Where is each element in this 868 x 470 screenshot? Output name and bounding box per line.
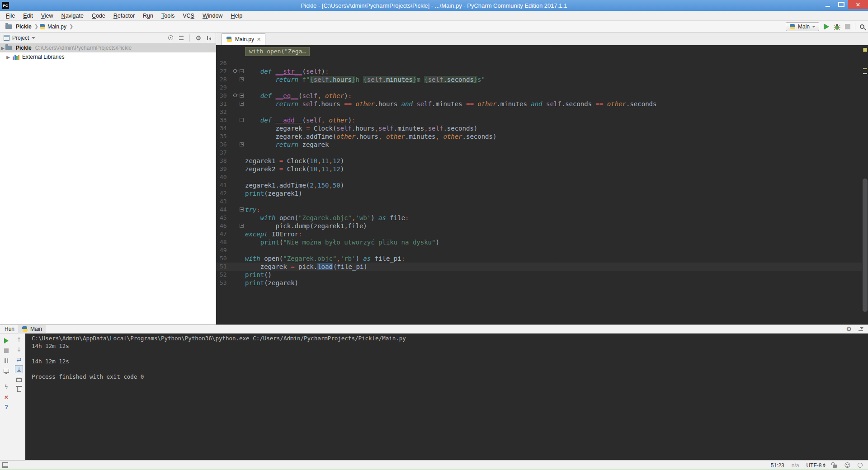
- override-method-icon[interactable]: [233, 69, 237, 73]
- code-line-34[interactable]: 34 zegarek = Clock(self.hours,self.minut…: [216, 124, 862, 132]
- code-line-27[interactable]: 27 def __str__(self):: [216, 67, 862, 75]
- hide-panel-icon[interactable]: [207, 35, 212, 41]
- debug-button[interactable]: [834, 24, 840, 30]
- print-icon[interactable]: [14, 374, 24, 384]
- event-log-icon[interactable]: [858, 463, 863, 468]
- menu-vcs[interactable]: VCS: [179, 11, 198, 21]
- console-output[interactable]: C:\Users\Admin\AppData\Local\Programs\Py…: [25, 334, 868, 460]
- code-line-41[interactable]: 41zegarek1.addTime(2,150,50): [216, 181, 862, 189]
- code-line-29[interactable]: 29: [216, 84, 862, 92]
- code-line-47[interactable]: 47except IOError:: [216, 230, 862, 238]
- code-line-26[interactable]: 26: [216, 59, 862, 67]
- code-line-35[interactable]: 35 zegarek.addTime(other.hours, other.mi…: [216, 132, 862, 141]
- code-line-39[interactable]: 39zegarek2 = Clock(10,11,12): [216, 165, 862, 173]
- maximize-button[interactable]: [835, 0, 848, 9]
- code-line-40[interactable]: 40: [216, 173, 862, 181]
- fold-marker[interactable]: [240, 77, 244, 81]
- code-line-48[interactable]: 48 print("Nie można było utworzyć pliku …: [216, 238, 862, 246]
- chevron-down-icon[interactable]: [32, 37, 35, 39]
- minimize-button[interactable]: [821, 0, 835, 9]
- rerun-button[interactable]: [1, 336, 11, 346]
- code-line-53[interactable]: 53print(zegarek): [216, 279, 862, 287]
- menu-window[interactable]: Window: [198, 11, 226, 21]
- menu-navigate[interactable]: Navigate: [57, 11, 88, 21]
- close-button[interactable]: ✕: [848, 0, 868, 9]
- override-method-icon[interactable]: [233, 94, 237, 97]
- close-tab-icon[interactable]: ✕: [257, 37, 261, 42]
- code-line-30[interactable]: 30 def __eq__(self, other):: [216, 92, 862, 100]
- inspection-indicator[interactable]: [863, 48, 867, 52]
- help-button[interactable]: ?: [1, 402, 11, 412]
- expand-arrow-icon[interactable]: ▶: [5, 55, 11, 60]
- code-line-50[interactable]: 50with open("Zegarek.objc",'rb') as file…: [216, 254, 862, 263]
- fold-marker[interactable]: [240, 69, 244, 73]
- code-line-33[interactable]: 33 def __add__(self, other):: [216, 116, 862, 124]
- menu-view[interactable]: View: [37, 11, 57, 21]
- caret-position-status[interactable]: 51:23: [771, 462, 784, 469]
- menu-file[interactable]: File: [2, 11, 19, 21]
- down-stack-trace-icon[interactable]: ↓: [14, 344, 24, 354]
- fold-marker[interactable]: [240, 102, 244, 106]
- restore-layout-icon[interactable]: ⇄: [14, 354, 24, 364]
- code-editor[interactable]: with open("Zega… 2627 def __str__(self):…: [216, 45, 868, 324]
- code-line-44[interactable]: 44try:: [216, 206, 862, 214]
- gear-icon[interactable]: ⚙: [195, 35, 201, 41]
- pause-output-button[interactable]: [1, 356, 11, 366]
- stop-button[interactable]: [845, 24, 850, 29]
- fold-marker[interactable]: [240, 118, 244, 122]
- project-tree-root[interactable]: ▶ Pickle C:\Users\Admin\PycharmProjects\…: [0, 43, 216, 52]
- stop-button[interactable]: [1, 346, 11, 356]
- menu-edit[interactable]: Edit: [19, 11, 37, 21]
- tree-item-external-libraries[interactable]: ▶ External Libraries: [0, 52, 216, 61]
- breadcrumb-project[interactable]: Pickle: [16, 24, 32, 30]
- hide-panel-icon[interactable]: [858, 326, 863, 332]
- scrollbar-thumb[interactable]: [863, 179, 868, 312]
- code-line-38[interactable]: 38zegarek1 = Clock(10,11,12): [216, 157, 862, 165]
- code-line-46[interactable]: 46 pick.dump(zegarek1,file): [216, 222, 862, 230]
- code-line-51[interactable]: 51 zegarek = pick.load(file_pi): [216, 263, 862, 271]
- up-stack-trace-icon[interactable]: ↑: [14, 334, 24, 344]
- breadcrumb-file[interactable]: Main.py: [47, 24, 66, 30]
- code-line-42[interactable]: 42print(zegarek1): [216, 189, 862, 197]
- code-line-43[interactable]: 43: [216, 197, 862, 206]
- encoding-status[interactable]: UTF-8: [806, 462, 826, 469]
- locate-file-icon[interactable]: [168, 35, 173, 40]
- expand-arrow-icon[interactable]: ▶: [0, 46, 5, 51]
- run-button[interactable]: [824, 24, 829, 30]
- code-line-31[interactable]: 31 return self.hours == other.hours and …: [216, 100, 862, 108]
- run-panel-title[interactable]: Run: [5, 326, 14, 332]
- project-panel-title[interactable]: Project: [12, 35, 29, 41]
- close-panel-button[interactable]: ×: [1, 392, 11, 402]
- code-line-52[interactable]: 52print(): [216, 271, 862, 279]
- toolwindow-switcher-icon[interactable]: [2, 462, 8, 468]
- fold-marker[interactable]: [240, 94, 244, 98]
- code-line-28[interactable]: 28 return f"{self.hours}h {self.minutes}…: [216, 75, 862, 84]
- unlock-icon[interactable]: [833, 465, 837, 468]
- editor-scrollbar[interactable]: [862, 45, 868, 324]
- code-line-36[interactable]: 36 return zegarek: [216, 141, 862, 149]
- code-line-32[interactable]: 32: [216, 108, 862, 116]
- menu-refactor[interactable]: Refactor: [109, 11, 139, 21]
- code-line-45[interactable]: 45 with open("Zegarek.objc",'wb') as fil…: [216, 214, 862, 222]
- fold-marker[interactable]: [240, 142, 244, 146]
- show-console-button[interactable]: [1, 366, 11, 376]
- menu-tools[interactable]: Tools: [157, 11, 179, 21]
- fold-marker[interactable]: [240, 207, 244, 212]
- run-tab-main[interactable]: Main: [18, 325, 46, 334]
- menu-run[interactable]: Run: [139, 11, 157, 21]
- highlighting-scope-status[interactable]: n/a: [792, 462, 799, 469]
- gear-icon[interactable]: ⚙: [846, 326, 852, 332]
- code-line-37[interactable]: 37: [216, 149, 862, 157]
- fold-marker[interactable]: [240, 224, 244, 228]
- hector-inspector-icon[interactable]: ☺: [844, 462, 850, 469]
- command-prompt-icon[interactable]: ϟ: [1, 382, 11, 392]
- search-everywhere-icon[interactable]: [860, 24, 864, 29]
- scroll-to-end-toggle[interactable]: ↓: [14, 364, 24, 374]
- tab-main-py[interactable]: Main.py ✕: [222, 33, 265, 45]
- clear-console-icon[interactable]: [14, 384, 24, 394]
- stripe-mark[interactable]: [863, 73, 867, 74]
- run-configuration-select[interactable]: Main: [786, 22, 819, 31]
- menu-help[interactable]: Help: [226, 11, 246, 21]
- code-line-49[interactable]: 49: [216, 246, 862, 254]
- menu-code[interactable]: Code: [88, 11, 109, 21]
